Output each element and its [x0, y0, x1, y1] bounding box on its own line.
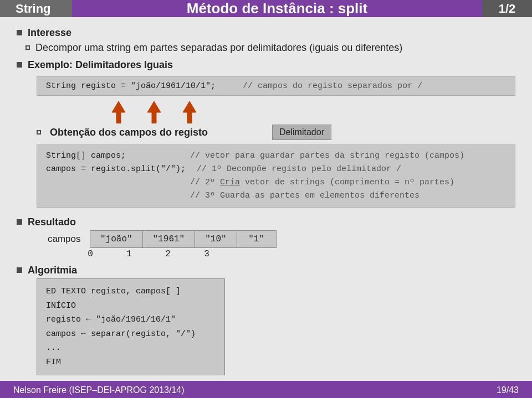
cria-underline: Cria: [220, 178, 240, 187]
algo-line5: ...: [46, 341, 216, 355]
code-line2: String[] campos;: [46, 149, 179, 163]
index-3: 3: [187, 248, 226, 260]
interest-desc-text: Decompor uma string em partes separadas …: [35, 42, 402, 54]
obtencao-row: Obtenção dos campos do registo Delimitad…: [37, 125, 331, 140]
delimitador-box: Delimitador: [272, 125, 331, 140]
interest-bullet: Interesse: [17, 27, 515, 39]
example-label: Exemplo: Delimitadores Iguais: [28, 59, 173, 71]
example-bullet: Exemplo: Delimitadores Iguais: [17, 59, 515, 71]
arrow2-icon: [144, 101, 164, 123]
svg-marker-1: [147, 101, 161, 123]
code-line3-row: campos = registo.split("/"); // 1º Decom…: [46, 163, 506, 176]
code-line5-spacer: [46, 189, 179, 203]
code-line2-row: String[] campos; // vetor para guardar p…: [46, 149, 506, 163]
header-page: 1/2: [482, 0, 532, 17]
bullet-icon: [17, 30, 22, 35]
obtencao-col: Obtenção dos campos do registo Delimitad…: [37, 101, 331, 140]
algo-line3: registo ← "joão/1961/10/1": [46, 313, 216, 327]
footer-right: 19/43: [497, 385, 519, 395]
arrow1-icon: [109, 101, 129, 123]
campos-indices-row: 0 1 2 3: [71, 248, 277, 260]
campos-label: campos: [48, 234, 81, 245]
resultado-bullet: Resultado: [17, 216, 277, 228]
sub-bullet-icon: [25, 45, 30, 50]
example-bullet-icon: [17, 62, 22, 68]
code-line1: String registo = "joão/1961/10/1";: [46, 81, 216, 91]
code-line4-row: // 2º Cria vetor de strings (comprimento…: [46, 176, 506, 189]
header: String Método de Instância : split 1/2: [0, 0, 532, 17]
slide-title: Método de Instância : split: [187, 0, 367, 17]
interest-label: Interesse: [28, 27, 71, 39]
index-0: 0: [71, 248, 110, 260]
algo-line4: campos ← separar(registo, "/"): [46, 327, 216, 342]
index-1: 1: [110, 248, 149, 260]
algoritmia-label: Algoritmia: [28, 265, 77, 276]
code-line5-comment: // 3º Guarda as partes em elementos dife…: [190, 189, 420, 203]
resultado-bullet-icon: [17, 219, 22, 225]
header-title: Método de Instância : split: [72, 0, 482, 17]
resultado-algoritmia-section: Resultado campos "joão" "1961" "10" "1" …: [17, 216, 515, 375]
campo-0: "joão": [90, 231, 143, 247]
algoritmia-box: ED TEXTO registo, campos[ ] INÍCIO regis…: [37, 278, 225, 375]
algoritmia-bullet: Algoritmia: [17, 265, 277, 276]
delimitador-spacer: Delimitador: [272, 125, 331, 140]
resultado-label: Resultado: [28, 216, 76, 228]
arrows-row: [109, 101, 331, 123]
campo-3: "1": [237, 231, 276, 247]
interest-desc-bullet: Decompor uma string em partes separadas …: [17, 42, 515, 54]
code-line5-row: // 3º Guarda as partes em elementos dife…: [46, 189, 506, 203]
campo-2: "10": [195, 231, 237, 247]
footer: Nelson Freire (ISEP–DEI-APROG 2013/14) 1…: [0, 381, 532, 398]
arrows-obtencao-section: Obtenção dos campos do registo Delimitad…: [37, 101, 515, 140]
obtencao-bullet-icon: [37, 130, 41, 135]
campos-result-area: campos "joão" "1961" "10" "1" 0 1 2 3: [28, 230, 277, 260]
delimitador-label: Delimitador: [279, 127, 324, 137]
campo-1: "1961": [143, 231, 196, 247]
code-line3: campos = registo.split("/");: [46, 163, 186, 176]
subject-label: String: [16, 2, 51, 16]
algo-line1: ED TEXTO registo, campos[ ]: [46, 285, 216, 299]
resultado-section: Resultado campos "joão" "1961" "10" "1" …: [17, 216, 277, 375]
algo-line2: INÍCIO: [46, 299, 216, 313]
arrow3-icon: [180, 101, 200, 123]
main-content: Interesse Decompor uma string em partes …: [0, 17, 532, 381]
header-subject: String: [0, 0, 72, 17]
code-line1-comment: // campos do registo separados por /: [243, 81, 422, 91]
index-2: 2: [149, 248, 187, 260]
code-block-registo: String registo = "joão/1961/10/1"; // ca…: [37, 76, 515, 96]
page-number: 1/2: [499, 2, 516, 16]
code-line3-comment: // 1º Decompõe registo pelo delimitador …: [197, 163, 401, 176]
footer-left: Nelson Freire (ISEP–DEI-APROG 2013/14): [13, 385, 185, 395]
svg-marker-0: [112, 101, 125, 123]
code-block-campos: String[] campos; // vetor para guardar p…: [37, 144, 515, 208]
campos-cells: "joão" "1961" "10" "1": [90, 230, 277, 248]
obtencao-label: Obtenção dos campos do registo: [50, 127, 208, 138]
code-line2-comment: // vetor para guardar partes da string r…: [190, 149, 464, 163]
algo-line6: FIM: [46, 355, 216, 370]
algoritmia-bullet-icon: [17, 267, 22, 273]
code-line4-spacer: [46, 176, 179, 189]
campos-values-row: campos "joão" "1961" "10" "1": [48, 230, 277, 248]
code-line4-comment: // 2º Cria vetor de strings (comprimento…: [190, 176, 454, 189]
svg-marker-2: [183, 101, 196, 123]
